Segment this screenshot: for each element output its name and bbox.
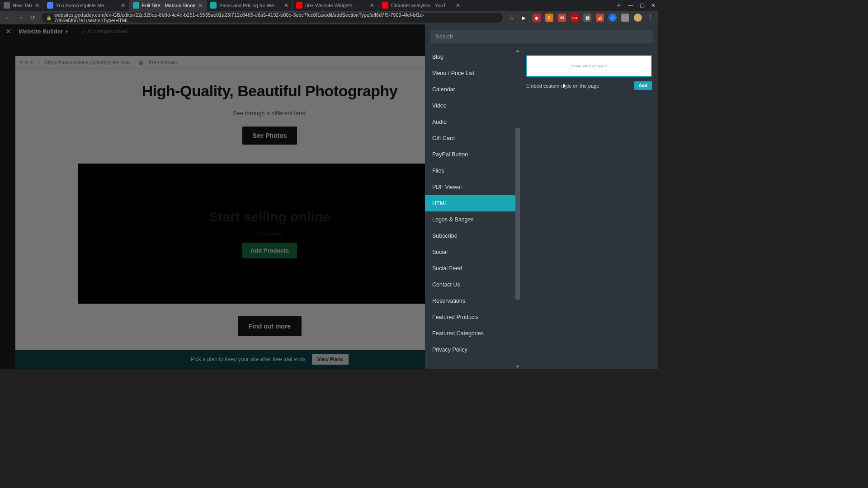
tab-title: New Tab xyxy=(13,3,32,8)
favicon-icon xyxy=(47,2,53,9)
category-item-html[interactable]: HTML xyxy=(425,195,520,211)
extension-icon[interactable]: ✉ xyxy=(558,14,566,22)
category-item-paypal-button[interactable]: PayPal Button xyxy=(425,146,520,163)
traffic-lights-icon xyxy=(20,61,33,64)
browser-tab[interactable]: You Autocomplete Me – Google✕ xyxy=(43,0,129,11)
category-item-gift-card[interactable]: Gift Card xyxy=(425,130,520,146)
view-plans-button[interactable]: View Plans xyxy=(312,354,349,365)
add-section-panel: BlogMenu / Price ListCalendarVideoAudioG… xyxy=(425,24,658,369)
check-icon: ✓ xyxy=(81,28,85,34)
add-button[interactable]: Add xyxy=(634,81,652,90)
scrollbar-thumb[interactable] xyxy=(515,128,520,300)
category-item-social[interactable]: Social xyxy=(425,244,520,260)
tab-title: Edit Site - Marcus Stone xyxy=(142,3,196,8)
tab-close-icon[interactable]: ✕ xyxy=(35,2,39,9)
chevron-down-icon: ▾ xyxy=(66,29,68,34)
scrollbar[interactable] xyxy=(515,49,520,369)
category-item-video[interactable]: Video xyxy=(425,98,520,114)
kebab-menu-icon[interactable]: ⋮ xyxy=(646,14,655,21)
home-icon: ⌂ xyxy=(38,60,41,65)
forward-button[interactable]: → xyxy=(16,14,24,21)
category-item-social-feed[interactable]: Social Feed xyxy=(425,260,520,277)
website-builder-label[interactable]: Website Builder ▾ xyxy=(19,28,68,35)
add-products-button[interactable]: Add Products xyxy=(242,243,297,258)
category-item-files[interactable]: Files xyxy=(425,163,520,179)
extension-icon[interactable]: ▶ xyxy=(520,14,528,22)
extension-icon[interactable]: ✓ xyxy=(609,14,617,22)
preview-meta: Embed custom code on the page Add xyxy=(526,81,652,90)
tab-title: You Autocomplete Me – Google xyxy=(56,3,118,8)
sell-title: Start selling online xyxy=(209,209,330,225)
extension-icon[interactable]: ⋯ xyxy=(621,14,629,22)
trial-message: Pick a plan to keep your site after free… xyxy=(191,356,305,362)
tab-title: 50+ Website Widgets — To Grow xyxy=(305,3,367,8)
favicon-icon xyxy=(210,2,217,9)
free-domain-label: Free domain xyxy=(149,60,177,65)
category-item-audio[interactable]: Audio xyxy=(425,114,520,130)
tab-title: Plans and Pricing for Website Bu xyxy=(219,3,281,8)
category-item-featured-products[interactable]: Featured Products xyxy=(425,309,520,325)
category-item-contact-us[interactable]: Contact Us xyxy=(425,277,520,293)
close-panel-button[interactable]: ✕ xyxy=(5,27,11,36)
browser-tab[interactable]: Plans and Pricing for Website Bu✕ xyxy=(207,0,292,11)
sell-subtitle: Learn More xyxy=(257,231,282,236)
new-tab-button[interactable]: + xyxy=(613,0,625,11)
browser-titlebar: New Tab✕You Autocomplete Me – Google✕Edi… xyxy=(0,0,658,11)
category-item-featured-categories[interactable]: Featured Categories xyxy=(425,325,520,342)
category-item-subscribe[interactable]: Subscribe xyxy=(425,228,520,244)
lock-icon: 🔒 xyxy=(46,15,52,20)
category-item-menu-price-list[interactable]: Menu / Price List xyxy=(425,65,520,81)
sell-online-block: Start selling online Learn More Add Prod… xyxy=(78,164,462,304)
address-bar[interactable]: 🔒 websites.godaddy.com/en-GB/editor/22c3… xyxy=(42,13,503,23)
reload-button[interactable]: ⟳ xyxy=(29,14,37,21)
preview-card[interactable]: /* Code will render here */ xyxy=(526,55,652,77)
preview-placeholder-text: /* Code will render here */ xyxy=(571,65,607,68)
extension-icon[interactable]: ▦ xyxy=(583,14,591,22)
extension-icon[interactable]: ◆ xyxy=(533,14,541,22)
url-text: websites.godaddy.com/en-GB/editor/22c329… xyxy=(54,12,498,23)
bookmark-star-icon[interactable]: ☆ xyxy=(507,14,515,21)
close-window-icon[interactable]: ✕ xyxy=(651,2,656,9)
extension-icon[interactable]: 👍 xyxy=(596,14,604,22)
maximize-icon[interactable]: ▢ xyxy=(640,2,645,9)
browser-tab[interactable]: Edit Site - Marcus Stone✕ xyxy=(129,0,207,11)
tab-close-icon[interactable]: ✕ xyxy=(198,2,203,9)
panel-search-row xyxy=(425,24,658,49)
tab-close-icon[interactable]: ✕ xyxy=(121,2,125,9)
preview-description: Embed custom code on the page xyxy=(526,83,599,89)
category-item-calendar[interactable]: Calendar xyxy=(425,81,520,98)
window-controls: — ▢ ✕ xyxy=(625,0,658,11)
category-item-blog[interactable]: Blog xyxy=(425,49,520,65)
browser-tab[interactable]: 50+ Website Widgets — To Grow✕ xyxy=(292,0,378,11)
minimize-icon[interactable]: — xyxy=(628,2,633,9)
back-button[interactable]: ← xyxy=(4,14,12,21)
preview-column: /* Code will render here */ Embed custom… xyxy=(520,49,658,369)
category-item-pdf-viewer[interactable]: PDF Viewer xyxy=(425,179,520,195)
tab-title: Channel analytics - YouTube Stu xyxy=(391,3,453,8)
favicon-icon xyxy=(382,2,388,9)
browser-tab[interactable]: New Tab✕ xyxy=(0,0,43,11)
tab-close-icon[interactable]: ✕ xyxy=(456,2,460,9)
category-item-reservations[interactable]: Reservations xyxy=(425,293,520,309)
category-item-logos-badges[interactable]: Logos & Badges xyxy=(425,211,520,228)
search-input[interactable] xyxy=(430,30,653,43)
extension-icon[interactable]: K xyxy=(545,14,553,22)
category-item-privacy-policy[interactable]: Privacy Policy xyxy=(425,342,520,358)
app-viewport: ✕ Website Builder ▾ ✓ All changes saved … xyxy=(0,24,658,369)
panel-body: BlogMenu / Price ListCalendarVideoAudioG… xyxy=(425,49,658,369)
browser-tab[interactable]: Channel analytics - YouTube Stu✕ xyxy=(378,0,464,11)
tab-close-icon[interactable]: ✕ xyxy=(284,2,288,9)
category-list[interactable]: BlogMenu / Price ListCalendarVideoAudioG… xyxy=(425,49,520,369)
preview-url: https://marcusstone.godaddysites.com xyxy=(45,60,130,65)
favicon-icon xyxy=(296,2,302,9)
browser-toolbar: ← → ⟳ 🔒 websites.godaddy.com/en-GB/edito… xyxy=(0,11,658,24)
extension-icon[interactable]: 451 xyxy=(571,14,579,22)
see-photos-button[interactable]: See Photos xyxy=(242,127,297,145)
tab-close-icon[interactable]: ✕ xyxy=(370,2,374,9)
favicon-icon xyxy=(4,2,10,9)
find-out-more-button[interactable]: Find out more xyxy=(238,316,302,336)
favicon-icon xyxy=(133,2,139,9)
extensions-area: ▶ ◆ K ✉ 451 ▦ 👍 ✓ ⋯ ⋮ xyxy=(520,14,655,22)
profile-avatar[interactable] xyxy=(634,14,642,22)
category-column: BlogMenu / Price ListCalendarVideoAudioG… xyxy=(425,49,520,369)
